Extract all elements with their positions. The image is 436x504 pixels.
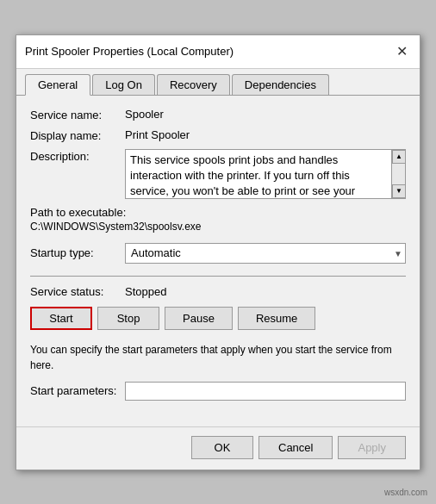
- watermark: wsxdn.com: [384, 488, 427, 497]
- service-name-row: Service name: Spooler: [30, 108, 406, 121]
- description-box: This service spools print jobs and handl…: [125, 149, 406, 199]
- startup-row: Startup type: Automatic Manual Disabled …: [30, 243, 406, 264]
- params-input[interactable]: [125, 382, 406, 401]
- stop-button[interactable]: Stop: [97, 307, 159, 330]
- resume-button[interactable]: Resume: [238, 307, 315, 330]
- close-button[interactable]: ✕: [392, 42, 411, 61]
- display-name-label: Display name:: [30, 128, 125, 142]
- tab-logon[interactable]: Log On: [92, 74, 155, 95]
- apply-button[interactable]: Apply: [338, 436, 406, 459]
- description-label: Description:: [30, 149, 125, 163]
- startup-label: Startup type:: [30, 246, 125, 259]
- path-value: C:\WINDOWS\System32\spoolsv.exe: [30, 221, 406, 233]
- title-bar: Print Spooler Properties (Local Computer…: [16, 35, 420, 69]
- description-scrollbar: ▲ ▼: [391, 150, 405, 198]
- status-row: Service status: Stopped: [30, 285, 406, 298]
- path-label: Path to executable:: [30, 206, 406, 219]
- pause-button[interactable]: Pause: [165, 307, 233, 330]
- divider: [30, 276, 406, 277]
- params-label: Start parameters:: [30, 384, 125, 397]
- service-name-value: Spooler: [125, 108, 164, 121]
- main-window: Print Spooler Properties (Local Computer…: [16, 34, 420, 470]
- window-title: Print Spooler Properties (Local Computer…: [25, 45, 234, 58]
- path-section: Path to executable: C:\WINDOWS\System32\…: [30, 206, 406, 233]
- ok-button[interactable]: OK: [191, 436, 253, 459]
- start-button[interactable]: Start: [30, 307, 92, 330]
- tab-dependencies[interactable]: Dependencies: [232, 74, 329, 95]
- status-label: Service status:: [30, 285, 125, 298]
- tab-recovery[interactable]: Recovery: [157, 74, 230, 95]
- info-text: You can specify the start parameters tha…: [30, 342, 406, 373]
- tab-content: Service name: Spooler Display name: Prin…: [16, 96, 420, 426]
- scroll-up-icon[interactable]: ▲: [392, 150, 406, 164]
- service-name-label: Service name:: [30, 108, 125, 121]
- display-name-value: Print Spooler: [125, 128, 190, 141]
- startup-select-wrapper: Automatic Manual Disabled ▼: [125, 243, 406, 264]
- tab-general[interactable]: General: [25, 74, 90, 96]
- action-buttons: Start Stop Pause Resume: [30, 307, 406, 330]
- startup-select[interactable]: Automatic Manual Disabled: [125, 243, 406, 264]
- footer: OK Cancel Apply: [16, 426, 420, 470]
- description-row: Description: This service spools print j…: [30, 149, 406, 199]
- status-value: Stopped: [125, 285, 166, 298]
- scroll-down-icon[interactable]: ▼: [392, 184, 406, 198]
- description-text: This service spools print jobs and handl…: [130, 152, 401, 199]
- display-name-row: Display name: Print Spooler: [30, 128, 406, 142]
- tab-bar: General Log On Recovery Dependencies: [16, 69, 420, 96]
- params-row: Start parameters:: [30, 382, 406, 401]
- cancel-button[interactable]: Cancel: [258, 436, 333, 459]
